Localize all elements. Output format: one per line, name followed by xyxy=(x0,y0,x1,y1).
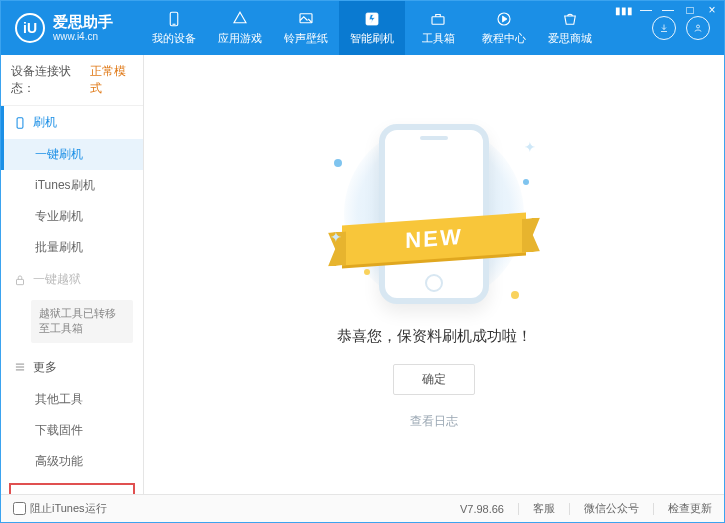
decor-star-icon: ✦ xyxy=(524,139,536,155)
connection-status: 设备连接状态： 正常模式 xyxy=(1,55,143,106)
tutorial-icon xyxy=(495,10,513,28)
nav-label: 我的设备 xyxy=(152,31,196,46)
decor-dot xyxy=(523,179,529,185)
title-bar: iU 爱思助手 www.i4.cn 我的设备 应用游戏 铃声壁纸 智能刷机 xyxy=(1,1,724,55)
lock-icon xyxy=(13,273,27,287)
jailbreak-head-label: 一键越狱 xyxy=(33,271,81,288)
nav-label: 工具箱 xyxy=(422,31,455,46)
user-button[interactable] xyxy=(686,16,710,40)
brand: iU 爱思助手 www.i4.cn xyxy=(1,1,141,55)
brand-title: 爱思助手 xyxy=(53,13,113,31)
main-nav: 我的设备 应用游戏 铃声壁纸 智能刷机 工具箱 教程中心 xyxy=(141,1,652,55)
brand-url: www.i4.cn xyxy=(53,31,113,43)
nav-label: 爱思商城 xyxy=(548,31,592,46)
toolbox-icon xyxy=(429,10,447,28)
sidebar-item-download-fw[interactable]: 下载固件 xyxy=(1,415,143,446)
minimize-button[interactable]: — xyxy=(660,3,676,17)
separator xyxy=(569,503,570,515)
more-heading[interactable]: 更多 xyxy=(1,351,143,384)
nav-ring-wall[interactable]: 铃声壁纸 xyxy=(273,1,339,55)
separator xyxy=(653,503,654,515)
conn-label: 设备连接状态： xyxy=(11,63,86,97)
brand-logo-icon: iU xyxy=(15,13,45,43)
wallpaper-icon xyxy=(297,10,315,28)
nav-label: 应用游戏 xyxy=(218,31,262,46)
version-label: V7.98.66 xyxy=(460,503,504,515)
svg-marker-6 xyxy=(503,16,508,22)
footer-right: V7.98.66 客服 微信公众号 检查更新 xyxy=(460,501,712,516)
sidebar-item-advanced[interactable]: 高级功能 xyxy=(1,446,143,477)
nav-toolbox[interactable]: 工具箱 xyxy=(405,1,471,55)
decor-dot xyxy=(364,269,370,275)
flash-head-label: 刷机 xyxy=(33,114,57,131)
svg-rect-4 xyxy=(432,17,444,25)
more-head-label: 更多 xyxy=(33,359,57,376)
sidebar: 设备连接状态： 正常模式 刷机 一键刷机 iTunes刷机 专业刷机 批量刷机 … xyxy=(1,55,144,494)
maximize-button[interactable]: □ xyxy=(682,3,698,17)
sidebar-item-batch[interactable]: 批量刷机 xyxy=(1,232,143,263)
status-bar: 阻止iTunes运行 V7.98.66 客服 微信公众号 检查更新 xyxy=(1,494,724,522)
success-message: 恭喜您，保资料刷机成功啦！ xyxy=(337,327,532,346)
svg-point-7 xyxy=(697,25,700,28)
nav-label: 铃声壁纸 xyxy=(284,31,328,46)
ok-button[interactable]: 确定 xyxy=(393,364,475,395)
sidebar-item-pro[interactable]: 专业刷机 xyxy=(1,201,143,232)
nav-app-games[interactable]: 应用游戏 xyxy=(207,1,273,55)
jailbreak-heading: 一键越狱 xyxy=(1,263,143,296)
jailbreak-note: 越狱工具已转移至工具箱 xyxy=(31,300,133,343)
flash-heading[interactable]: 刷机 xyxy=(1,106,143,139)
nav-my-device[interactable]: 我的设备 xyxy=(141,1,207,55)
decor-dot xyxy=(334,159,342,167)
sidebar-item-other-tools[interactable]: 其他工具 xyxy=(1,384,143,415)
nav-store[interactable]: 爱思商城 xyxy=(537,1,603,55)
sidebar-item-oneclick[interactable]: 一键刷机 xyxy=(1,139,143,170)
flash-icon xyxy=(363,10,381,28)
more-section: 更多 其他工具 下载固件 高级功能 xyxy=(1,351,143,477)
body: 设备连接状态： 正常模式 刷机 一键刷机 iTunes刷机 专业刷机 批量刷机 … xyxy=(1,55,724,494)
decor-star-icon: ✦ xyxy=(330,229,342,245)
phone-icon xyxy=(165,10,183,28)
block-itunes-label: 阻止iTunes运行 xyxy=(30,501,107,516)
jailbreak-section: 一键越狱 越狱工具已转移至工具箱 xyxy=(1,263,143,351)
support-link[interactable]: 客服 xyxy=(533,501,555,516)
menu-icon[interactable]: ▮▮▮ xyxy=(616,3,632,17)
check-update-link[interactable]: 检查更新 xyxy=(668,501,712,516)
store-icon xyxy=(561,10,579,28)
svg-rect-8 xyxy=(17,117,23,128)
nav-label: 智能刷机 xyxy=(350,31,394,46)
sidebar-item-itunes[interactable]: iTunes刷机 xyxy=(1,170,143,201)
nav-smart-flash[interactable]: 智能刷机 xyxy=(339,1,405,55)
dash-icon[interactable]: — xyxy=(638,3,654,17)
brand-text: 爱思助手 www.i4.cn xyxy=(53,13,113,43)
nav-tutorial[interactable]: 教程中心 xyxy=(471,1,537,55)
svg-rect-9 xyxy=(17,279,24,284)
block-itunes-checkbox[interactable]: 阻止iTunes运行 xyxy=(13,501,107,516)
decor-dot xyxy=(511,291,519,299)
phone-small-icon xyxy=(13,116,27,130)
list-icon xyxy=(13,360,27,374)
flash-section: 刷机 一键刷机 iTunes刷机 专业刷机 批量刷机 xyxy=(1,106,143,263)
app-window: iU 爱思助手 www.i4.cn 我的设备 应用游戏 铃声壁纸 智能刷机 xyxy=(0,0,725,523)
phone-graphic-icon xyxy=(379,124,489,304)
window-controls: ▮▮▮ — — □ × xyxy=(616,3,720,17)
apps-icon xyxy=(231,10,249,28)
download-button[interactable] xyxy=(652,16,676,40)
success-illustration: NEW ✦ ✦ xyxy=(324,119,544,309)
conn-mode: 正常模式 xyxy=(90,63,133,97)
nav-label: 教程中心 xyxy=(482,31,526,46)
view-log-link[interactable]: 查看日志 xyxy=(410,413,458,430)
separator xyxy=(518,503,519,515)
main-content: NEW ✦ ✦ 恭喜您，保资料刷机成功啦！ 确定 查看日志 xyxy=(144,55,724,494)
close-button[interactable]: × xyxy=(704,3,720,17)
wechat-link[interactable]: 微信公众号 xyxy=(584,501,639,516)
